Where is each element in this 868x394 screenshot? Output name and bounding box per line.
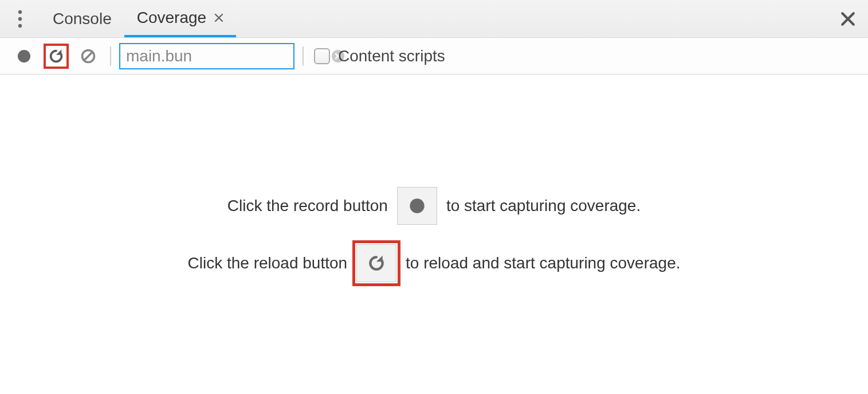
toolbar-divider (303, 46, 304, 66)
record-button[interactable] (11, 44, 37, 69)
reload-hint-after: to reload and start capturing coverage. (406, 254, 680, 272)
close-drawer-button[interactable] (828, 0, 868, 37)
close-tab-button[interactable] (214, 13, 223, 22)
coverage-toolbar: Content scripts (0, 38, 868, 75)
content-scripts-label: Content scripts (338, 47, 445, 65)
more-tabs-button[interactable] (0, 0, 40, 37)
record-icon (409, 197, 426, 214)
tab-coverage[interactable]: Coverage (124, 0, 236, 37)
svg-point-2 (18, 24, 22, 27)
reload-icon (48, 48, 64, 64)
clear-icon (80, 48, 96, 64)
svg-point-1 (18, 17, 22, 20)
svg-point-7 (410, 198, 424, 213)
close-icon (840, 11, 855, 26)
record-icon (17, 49, 32, 64)
url-filter-input[interactable] (126, 47, 331, 65)
close-icon (214, 13, 223, 22)
record-hint-before: Click the record button (227, 197, 388, 215)
tab-coverage-label: Coverage (137, 9, 206, 27)
reload-button[interactable] (44, 44, 69, 69)
drawer-tabbar: Console Coverage (0, 0, 868, 38)
reload-hint-row: Click the reload button to reload and st… (187, 244, 680, 282)
toolbar-divider (110, 46, 111, 66)
svg-line-5 (84, 52, 92, 60)
record-button-inline[interactable] (397, 187, 437, 225)
record-hint-row: Click the record button to start capturi… (227, 187, 641, 225)
url-filter[interactable] (119, 43, 294, 69)
reload-icon (367, 254, 386, 272)
svg-point-3 (18, 50, 30, 63)
coverage-empty-state: Click the record button to start capturi… (0, 75, 868, 394)
record-hint-after: to start capturing coverage. (446, 197, 641, 215)
kebab-menu-icon (18, 10, 22, 28)
tab-console-label: Console (53, 10, 112, 28)
clear-all-button[interactable] (76, 44, 101, 69)
reload-hint-before: Click the reload button (187, 254, 347, 272)
tab-console[interactable]: Console (40, 0, 124, 37)
content-scripts-checkbox[interactable] (314, 48, 330, 64)
reload-button-inline[interactable] (356, 244, 396, 282)
svg-point-0 (18, 10, 22, 13)
